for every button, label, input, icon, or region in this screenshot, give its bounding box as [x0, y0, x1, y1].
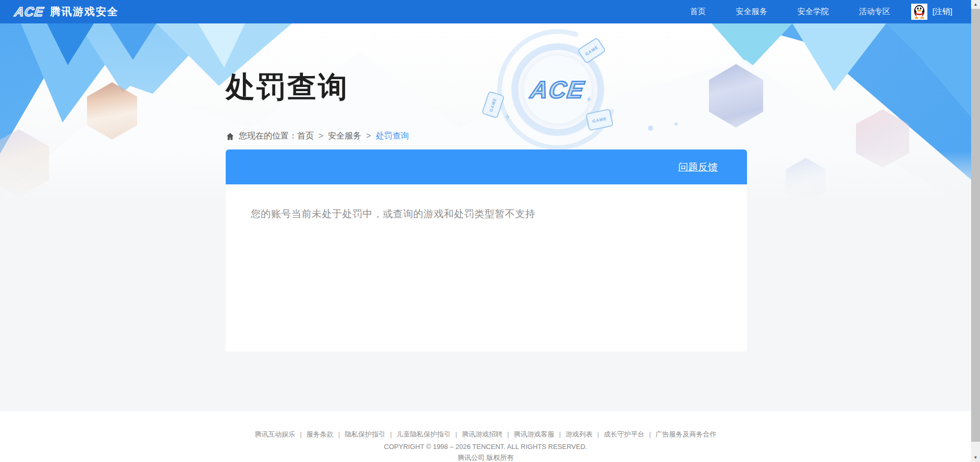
page-title: 处罚查询 [226, 68, 349, 107]
top-navigation-bar: ACE 腾讯游戏安全 首页安全服务安全学院活动专区 [注销] [0, 0, 980, 23]
lightning-icon [503, 113, 513, 122]
deco-dot [648, 126, 653, 131]
footer-link[interactable]: 儿童隐私保护指引 [385, 430, 450, 438]
breadcrumb-items: 首页安全服务处罚查询 [297, 131, 409, 142]
scrollbar-down-arrow[interactable]: ▼ [971, 453, 980, 462]
deco-dot [675, 122, 678, 126]
qq-penguin-icon [912, 4, 927, 19]
nav-menu-item[interactable]: 安全服务 [736, 7, 767, 17]
scrollbar-up-arrow[interactable]: ▲ [971, 0, 980, 9]
breadcrumb-label: 您现在的位置： [239, 131, 297, 142]
logout-link[interactable]: [注销] [933, 7, 952, 17]
brand-logo[interactable]: ACE 腾讯游戏安全 [15, 4, 119, 19]
footer-links: 腾讯互动娱乐服务条款隐私保护指引儿童隐私保护指引腾讯游戏招聘腾讯游戏客服游戏列表… [0, 411, 971, 439]
ace-logo-icon: ACE [14, 4, 45, 19]
footer-link[interactable]: 腾讯游戏招聘 [451, 430, 503, 438]
footer-link[interactable]: 广告服务及商务合作 [644, 430, 716, 438]
user-avatar[interactable] [911, 4, 927, 20]
vertical-scrollbar: ▲ ▼ [971, 0, 980, 462]
footer-link[interactable]: 成长守护平台 [593, 430, 644, 438]
breadcrumb: 您现在的位置： 首页安全服务处罚查询 [226, 131, 409, 142]
footer: 腾讯互动娱乐服务条款隐私保护指引儿童隐私保护指引腾讯游戏招聘腾讯游戏客服游戏列表… [0, 411, 971, 462]
footer-copyright: COPYRIGHT © 1998 – 2026 TENCENT. ALL RIG… [0, 443, 971, 451]
breadcrumb-item[interactable]: 安全服务 [314, 131, 361, 142]
card-body: 您的账号当前未处于处罚中，或查询的游戏和处罚类型暂不支持 [226, 184, 747, 352]
breadcrumb-item[interactable]: 处罚查询 [361, 131, 409, 142]
footer-company: 腾讯公司 版权所有 [0, 453, 971, 462]
ace-emblem: ACE [490, 23, 626, 164]
nav-menu-item[interactable]: 活动专区 [859, 7, 890, 17]
nav-menu: 首页安全服务安全学院活动专区 [690, 7, 890, 17]
card-banner: 问题反馈 [226, 149, 747, 184]
footer-link[interactable]: 游戏列表 [554, 430, 592, 438]
footer-link[interactable]: 隐私保护指引 [334, 430, 385, 438]
breadcrumb-item[interactable]: 首页 [297, 131, 314, 142]
footer-link[interactable]: 腾讯互动娱乐 [254, 430, 295, 438]
result-message: 您的账号当前未处于处罚中，或查询的游戏和处罚类型暂不支持 [251, 207, 722, 221]
brand-title: 腾讯游戏安全 [50, 5, 119, 19]
nav-menu-item[interactable]: 首页 [690, 7, 706, 17]
feedback-link[interactable]: 问题反馈 [678, 160, 718, 174]
footer-link[interactable]: 腾讯游戏客服 [503, 430, 554, 438]
emblem-inner-circle: ACE [524, 56, 592, 123]
emblem-ace-text: ACE [529, 76, 587, 104]
home-icon [226, 132, 235, 141]
nav-menu-item[interactable]: 安全学院 [798, 7, 829, 17]
footer-link[interactable]: 服务条款 [295, 430, 333, 438]
scrollbar-thumb[interactable] [971, 9, 980, 442]
query-result-card: 问题反馈 您的账号当前未处于处罚中，或查询的游戏和处罚类型暂不支持 [226, 149, 747, 352]
nav-user-area: [注销] [911, 4, 952, 20]
